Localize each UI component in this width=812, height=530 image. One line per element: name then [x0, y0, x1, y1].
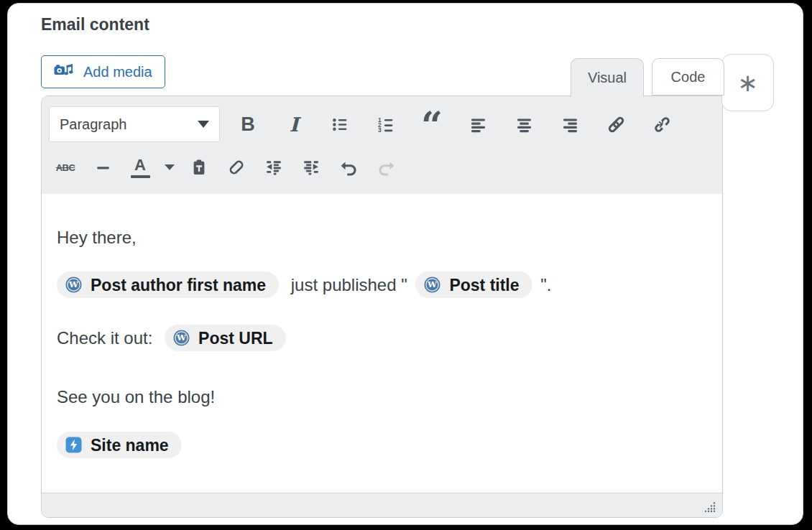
pill-label: Post author first name	[91, 271, 266, 299]
text-color-button[interactable]: A	[126, 150, 154, 185]
camera-music-note-icon	[54, 63, 76, 80]
paragraph-format-select[interactable]: Paragraph	[49, 106, 220, 142]
align-center-icon	[515, 116, 533, 134]
svg-text:3: 3	[378, 126, 382, 134]
numbered-list-button[interactable]: 1 2 3	[372, 106, 400, 142]
strikethrough-button[interactable]: ABC	[51, 150, 80, 185]
tab-code-label: Code	[671, 69, 706, 85]
tab-visual-label: Visual	[588, 70, 627, 86]
bullet-list-button[interactable]	[326, 106, 354, 142]
tab-code[interactable]: Code	[652, 58, 724, 96]
text-color-caret-button[interactable]	[163, 150, 176, 185]
bold-button[interactable]: B	[234, 106, 262, 142]
paragraph-site-name: Site name	[57, 432, 706, 460]
editor-statusbar	[42, 493, 722, 517]
svg-text:W: W	[68, 280, 79, 290]
link-button[interactable]	[601, 106, 630, 142]
paragraph-greeting: Hey there,	[57, 224, 706, 251]
align-center-button[interactable]	[509, 106, 538, 142]
horizontal-rule-icon	[94, 159, 112, 177]
asterisk-icon: ∗	[737, 68, 758, 97]
shortcode-pill-post-url[interactable]: W Post URL	[165, 325, 286, 351]
align-left-icon	[469, 116, 487, 134]
text-color-icon: A	[131, 157, 150, 178]
horizontal-rule-button[interactable]	[88, 150, 117, 185]
paste-as-text-button[interactable]	[185, 150, 213, 185]
tab-visual[interactable]: Visual	[571, 58, 644, 97]
strikethrough-icon: ABC	[56, 162, 75, 173]
outdent-button[interactable]	[259, 150, 288, 185]
add-media-label: Add media	[83, 64, 152, 80]
pill-label: Post URL	[198, 325, 273, 352]
numbered-list-icon: 1 2 3	[377, 116, 395, 134]
paragraph-signoff: See you on the blog!	[57, 383, 706, 411]
svg-text:W: W	[176, 333, 187, 343]
italic-icon: I	[290, 113, 299, 136]
paragraph-check-it-out: Check it out: W Post URL	[57, 325, 706, 353]
text-segment: ".	[540, 275, 551, 294]
blockquote-icon: “	[421, 122, 443, 144]
bullet-list-icon	[331, 116, 349, 134]
unlink-button[interactable]	[647, 106, 676, 142]
outdent-icon	[264, 158, 283, 177]
italic-button[interactable]: I	[280, 106, 308, 142]
add-media-button[interactable]: Add media	[41, 55, 165, 88]
svg-text:W: W	[427, 280, 438, 290]
undo-icon	[339, 158, 359, 177]
chevron-down-icon	[198, 121, 209, 128]
wordpress-icon: W	[65, 276, 82, 293]
wordpress-icon: W	[424, 276, 440, 293]
paste-as-text-icon	[190, 158, 208, 177]
shortcode-pill-post-author[interactable]: W Post author first name	[57, 271, 279, 298]
text-segment: just published "	[291, 275, 407, 294]
undo-button[interactable]	[334, 150, 363, 185]
align-right-button[interactable]	[555, 106, 584, 142]
editor-toolbar: Paragraph B I	[42, 96, 722, 194]
indent-icon	[302, 158, 320, 177]
toolbar-row-1: Paragraph B I	[49, 106, 722, 142]
wordpress-icon: W	[173, 330, 190, 346]
text-segment: Check it out:	[57, 328, 152, 348]
email-body-editable-area[interactable]: Hey there, W Post author first name just…	[42, 194, 722, 493]
text-color-caret-icon	[165, 164, 175, 170]
resize-grip-icon[interactable]	[703, 501, 717, 513]
redo-icon	[377, 158, 396, 177]
indent-button[interactable]	[297, 150, 326, 185]
align-right-icon	[561, 116, 579, 134]
format-select-value: Paragraph	[60, 116, 126, 133]
link-icon	[606, 115, 626, 134]
shortcode-pill-post-title[interactable]: W Post title	[415, 271, 532, 298]
paragraph-published: W Post author first name just published …	[57, 271, 706, 299]
toolbar-row-2: ABC A	[49, 150, 722, 185]
rich-text-editor: Paragraph B I	[41, 96, 723, 518]
redo-button[interactable]	[372, 150, 400, 185]
eraser-icon	[227, 158, 246, 177]
bold-icon: B	[241, 113, 255, 136]
shortcode-pill-site-name[interactable]: Site name	[57, 432, 182, 458]
pill-label: Post title	[449, 271, 519, 299]
unlink-icon	[652, 115, 672, 134]
site-lightning-icon	[65, 437, 82, 453]
blockquote-button[interactable]: “	[417, 106, 446, 142]
align-left-button[interactable]	[463, 106, 492, 142]
remove-format-button[interactable]	[222, 150, 251, 185]
shortcode-asterisk-button[interactable]: ∗	[721, 54, 774, 111]
pill-label: Site name	[91, 432, 169, 459]
page-title: Email content	[41, 15, 149, 34]
email-content-panel: Email content Add media Visual Code ∗	[0, 0, 812, 530]
